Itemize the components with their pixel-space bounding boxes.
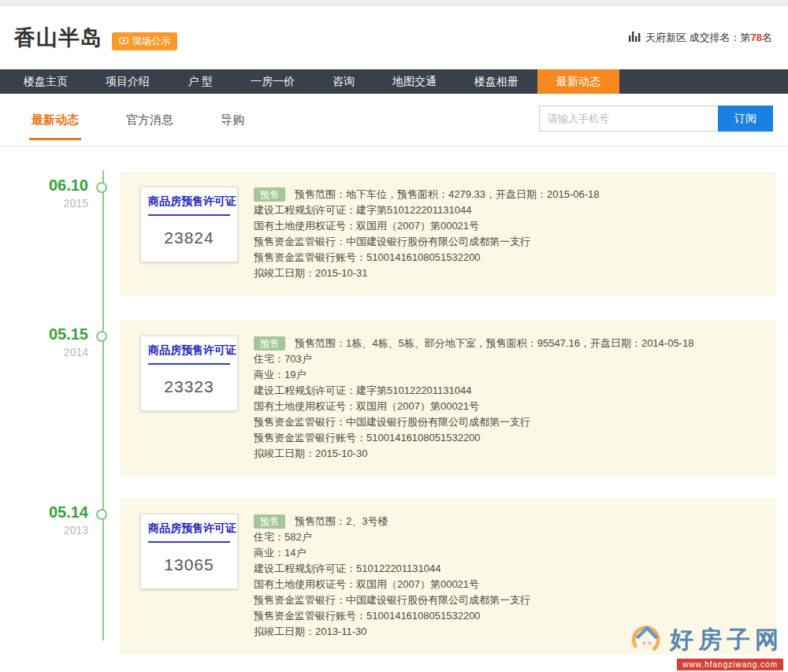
detail-line: 国有土地使用权证号：双国用（2007）第00021号 <box>254 218 776 234</box>
entry-details: 预售预售范围：2、3号楼 住宅：582户 商业：14户 建设工程规划许可证：51… <box>254 514 776 640</box>
watermark-site-name: 好房子网 <box>670 624 783 656</box>
entry-details: 预售预售范围：1栋、4栋、5栋、部分地下室，预售面积：95547.16，开盘日期… <box>254 336 776 462</box>
page-title: 香山半岛 <box>14 24 102 52</box>
entry-panel: 商品房预售许可证 23323 预售预售范围：1栋、4栋、5栋、部分地下室，预售面… <box>120 321 776 477</box>
detail-line: 拟竣工日期：2015-10-30 <box>254 446 776 462</box>
timeline-dot <box>96 331 107 342</box>
license-number: 13065 <box>141 543 237 588</box>
tab-latest-news[interactable]: 最新动态 <box>32 113 79 128</box>
license-title: 商品房预售许可证 <box>148 336 230 365</box>
detail-line: 住宅：582户 <box>254 529 776 545</box>
sale-scope-line: 预售预售范围：1栋、4栋、5栋、部分地下室，预售面积：95547.16，开盘日期… <box>254 336 776 351</box>
presale-badge: 预售 <box>254 514 285 529</box>
entry-date: 05.14 <box>0 503 88 522</box>
detail-line: 预售资金监管银行：中国建设银行股份有限公司成都第一支行 <box>254 414 776 430</box>
announce-icon <box>119 37 128 46</box>
sales-ranking: 天府新区 成交排名：第78名 <box>629 31 772 45</box>
detail-line: 预售资金监管银行：中国建设银行股份有限公司成都第一支行 <box>254 592 776 608</box>
timeline-entry: 06.10 2015 商品房预售许可证 23824 预售预售范围：地下车位，预售… <box>0 172 788 296</box>
nav-item-price-per-unit[interactable]: 一房一价 <box>232 69 314 94</box>
nav-item-floorplans[interactable]: 户 型 <box>169 69 232 94</box>
entry-details: 预售预售范围：地下车位，预售面积：4279.33，开盘日期：2015-06-18… <box>254 187 776 281</box>
bar-chart-icon <box>629 32 641 44</box>
detail-line: 建设工程规划许可证：510122201131044 <box>254 561 776 577</box>
detail-line: 预售资金监管银行账号：51001416108051532200 <box>254 250 776 265</box>
detail-line: 商业：14户 <box>254 545 776 561</box>
nav-item-consult[interactable]: 咨询 <box>314 69 374 94</box>
tab-shopping-guide[interactable]: 导购 <box>221 113 244 128</box>
entry-year: 2015 <box>0 197 88 210</box>
rank-number: 78 <box>751 32 762 43</box>
subnav: 最新动态 官方消息 导购 订阅 <box>0 94 788 147</box>
entry-date: 06.10 <box>0 176 88 195</box>
timeline-dot <box>96 182 107 193</box>
nav-item-photo-album[interactable]: 楼盘相册 <box>455 69 537 94</box>
tab-official-news[interactable]: 官方消息 <box>126 113 173 128</box>
detail-line: 商业：19户 <box>254 367 776 383</box>
detail-line: 国有土地使用权证号：双国用（2007）第00021号 <box>254 577 776 592</box>
main-nav: 楼盘主页 项目介绍 户 型 一房一价 咨询 地图交通 楼盘相册 最新动态 <box>0 69 788 94</box>
license-title: 商品房预售许可证 <box>148 514 230 543</box>
subscribe-button[interactable]: 订阅 <box>718 106 773 132</box>
entry-year: 2014 <box>0 346 88 358</box>
license-number: 23323 <box>141 365 237 410</box>
presale-license-card[interactable]: 商品房预售许可证 23824 <box>140 187 238 262</box>
header: 香山半岛 现场公示 天府新区 成交排名：第78名 <box>0 6 788 69</box>
detail-line: 拟竣工日期：2015-10-31 <box>254 265 776 281</box>
top-strip <box>0 0 788 6</box>
detail-line: 住宅：703户 <box>254 351 776 367</box>
nav-item-project-intro[interactable]: 项目介绍 <box>87 69 169 94</box>
sale-scope-line: 预售预售范围：地下车位，预售面积：4279.33，开盘日期：2015-06-18 <box>254 187 776 202</box>
license-title: 商品房预售许可证 <box>148 187 230 216</box>
sale-scope-line: 预售预售范围：2、3号楼 <box>254 514 776 529</box>
onsite-publicity-badge[interactable]: 现场公示 <box>112 32 177 50</box>
detail-line: 国有土地使用权证号：双国用（2007）第00021号 <box>254 399 776 414</box>
watermark-site-url: www.hfangziwang.com <box>677 659 783 670</box>
license-number: 23824 <box>141 216 237 262</box>
news-timeline: 06.10 2015 商品房预售许可证 23824 预售预售范围：地下车位，预售… <box>0 147 788 672</box>
detail-line: 预售资金监管银行：中国建设银行股份有限公司成都第一支行 <box>254 234 776 250</box>
timeline-entry: 05.15 2014 商品房预售许可证 23323 预售预售范围：1栋、4栋、5… <box>0 321 788 477</box>
presale-badge: 预售 <box>254 336 285 351</box>
nav-item-latest-news[interactable]: 最新动态 <box>537 69 619 94</box>
phone-input[interactable] <box>539 106 718 132</box>
detail-line: 预售资金监管银行账号：51001416108051532200 <box>254 430 776 446</box>
detail-line: 建设工程规划许可证：建字第510122201131044 <box>254 383 776 399</box>
nav-item-map-transport[interactable]: 地图交通 <box>374 69 455 94</box>
detail-line: 建设工程规划许可证：建字第510122201131044 <box>254 202 776 218</box>
entry-date: 05.15 <box>0 325 88 343</box>
site-watermark: 好房子网 www.hfangziwang.com <box>629 622 783 670</box>
timeline-dot <box>96 509 107 520</box>
presale-license-card[interactable]: 商品房预售许可证 23323 <box>140 336 238 411</box>
presale-license-card[interactable]: 商品房预售许可证 13065 <box>140 514 238 589</box>
entry-year: 2013 <box>0 524 88 536</box>
entry-panel: 商品房预售许可证 23824 预售预售范围：地下车位，预售面积：4279.33，… <box>120 172 776 296</box>
presale-badge: 预售 <box>254 187 285 202</box>
house-logo-icon <box>629 622 665 658</box>
badge-label: 现场公示 <box>132 35 170 48</box>
nav-item-home[interactable]: 楼盘主页 <box>5 69 87 94</box>
rank-text: 天府新区 成交排名：第78名 <box>645 31 772 45</box>
